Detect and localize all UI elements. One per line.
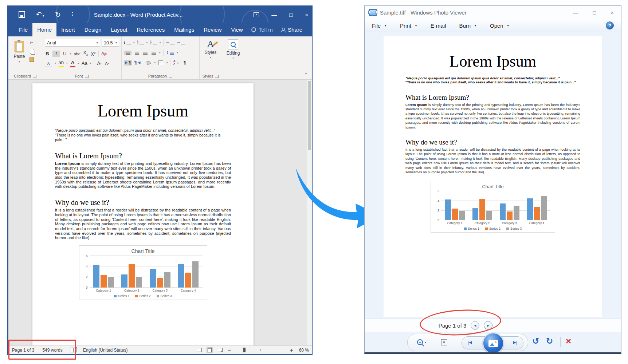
bar-series2-category1 (452, 209, 458, 220)
copy-icon[interactable] (30, 49, 34, 54)
bullet-list-icon[interactable] (124, 41, 131, 44)
font-name-select[interactable]: Arial▾ (45, 39, 100, 47)
bold-button[interactable]: B (45, 51, 50, 57)
fit-to-window-icon[interactable] (441, 339, 447, 345)
text-effects-icon[interactable]: A (45, 60, 52, 67)
tab-review[interactable]: Review (199, 23, 226, 36)
next-image-button[interactable]: ▶ (513, 340, 517, 345)
collapse-ribbon-icon[interactable]: ⌃ (304, 72, 308, 77)
word-document-page[interactable]: Lorem Ipsum "Neque porro quisquam est qu… (32, 83, 254, 345)
tab-home[interactable]: Home (32, 23, 56, 36)
decrease-indent-icon[interactable]: ⇐ (166, 40, 174, 45)
document-title: Lorem Ipsum (405, 52, 580, 71)
customize-qat-icon[interactable]: ▾ (72, 12, 73, 17)
subscript-button[interactable]: X2 (83, 50, 88, 58)
font-size-select[interactable]: 10.5▾ (102, 39, 119, 47)
underline-button[interactable]: U (62, 51, 67, 57)
show-paragraph-marks-icon[interactable]: ▶¶ (124, 60, 132, 66)
divider (163, 39, 164, 46)
language-status[interactable]: English (United States) (83, 348, 128, 353)
cut-icon[interactable]: ✂ (30, 40, 34, 46)
maximize-button[interactable]: □ (289, 12, 293, 18)
ribbon-display-options-icon[interactable]: ▲ (254, 12, 259, 17)
menu-open[interactable]: Open▼ (490, 23, 510, 29)
scrollbar-thumb[interactable] (308, 81, 311, 150)
highlight-color-icon[interactable]: ab (59, 59, 64, 67)
zoom-slider-thumb[interactable] (243, 348, 246, 352)
paste-button[interactable]: Paste ▾ (11, 39, 27, 69)
play-slideshow-button[interactable] (483, 333, 504, 352)
zoom-percentage[interactable]: 60 % (299, 348, 309, 353)
tab-file[interactable]: File (14, 23, 32, 36)
align-right-icon[interactable] (142, 51, 148, 55)
paragraph-direction-icon[interactable]: ¶◀ (134, 60, 141, 65)
zoom-out-button[interactable]: − (228, 347, 231, 353)
dialog-launcher-icon[interactable] (215, 75, 219, 78)
tab-design[interactable]: Design (80, 23, 106, 36)
clear-formatting-icon[interactable]: A (101, 51, 107, 57)
close-button[interactable]: × (305, 12, 308, 18)
strikethrough-button[interactable]: abe (74, 51, 81, 57)
previous-image-button[interactable]: ◀ (468, 340, 472, 345)
menu-file[interactable]: File▼ (372, 23, 387, 29)
italic-button[interactable]: I (52, 51, 60, 57)
share-button[interactable]: Share (281, 23, 312, 36)
numbered-list-icon[interactable]: 123 (137, 41, 144, 44)
zoom-slider[interactable] (235, 350, 286, 350)
undo-button[interactable]: ↶▾ (36, 11, 44, 18)
borders-icon[interactable] (158, 60, 164, 65)
redo-icon[interactable]: ↻ (55, 11, 61, 18)
menu-print[interactable]: Print▼ (400, 23, 417, 29)
increase-indent-icon[interactable]: ⇒ (177, 40, 185, 45)
section-paragraph: It is a long established fact that a rea… (55, 208, 231, 240)
change-case-icon[interactable]: Aa (82, 60, 87, 67)
zoom-button[interactable]: +▾ (417, 339, 426, 345)
bar-series2-category4 (185, 273, 191, 288)
editing-button[interactable]: Editing ▾ (222, 39, 244, 60)
justify-icon[interactable] (151, 51, 157, 55)
rotate-clockwise-button[interactable]: ↻ (546, 336, 553, 346)
save-icon[interactable] (19, 11, 25, 18)
dialog-launcher-icon[interactable] (169, 75, 172, 78)
dialog-launcher-icon[interactable] (33, 75, 36, 78)
sort-icon[interactable]: AZ↓ (173, 60, 179, 66)
multilevel-list-icon[interactable]: 1ai (150, 41, 157, 44)
pilcrow-icon[interactable]: ¶ (182, 60, 188, 65)
dialog-launcher-icon[interactable] (85, 75, 89, 78)
rotate-counterclockwise-button[interactable]: ↺ (532, 336, 539, 346)
bar-group (174, 256, 203, 288)
tab-view[interactable]: View (226, 23, 247, 36)
superscript-button[interactable]: X2 (91, 50, 96, 58)
close-button[interactable]: × (611, 9, 614, 16)
menu-burn[interactable]: Burn▼ (459, 23, 477, 29)
zoom-in-button[interactable]: + (290, 347, 293, 353)
tell-me-box[interactable]: Tell m (248, 23, 276, 36)
bar-group (146, 256, 174, 288)
align-center-icon[interactable] (134, 51, 140, 55)
tab-insert[interactable]: Insert (56, 23, 80, 36)
styles-button[interactable]: A Styles ▾ (199, 39, 222, 59)
shading-icon[interactable] (146, 61, 152, 64)
tab-mailings[interactable]: Mailings (169, 23, 199, 36)
tab-references[interactable]: References (132, 23, 169, 36)
read-mode-icon[interactable] (196, 347, 202, 353)
section-heading: Why do we use it? (55, 198, 231, 207)
print-layout-icon[interactable] (207, 347, 213, 353)
tab-layout[interactable]: Layout (106, 23, 132, 36)
delete-button[interactable]: × (566, 335, 571, 347)
chevron-down-icon[interactable]: ▾ (70, 52, 71, 55)
web-layout-icon[interactable] (217, 347, 223, 353)
align-left-icon[interactable] (124, 51, 132, 55)
grow-font-icon[interactable]: A▴ (97, 60, 102, 67)
minimize-button[interactable]: — (573, 9, 578, 16)
format-painter-icon[interactable] (30, 57, 34, 62)
clipboard-icon (15, 41, 24, 52)
maximize-button[interactable]: □ (593, 9, 596, 16)
line-spacing-icon[interactable]: ↕ (166, 50, 174, 55)
menu-email[interactable]: E-mail (431, 23, 446, 29)
font-color-icon[interactable]: A (70, 59, 75, 67)
minimize-button[interactable]: — (271, 12, 277, 18)
help-button[interactable]: ? (606, 21, 614, 29)
paragraph-group-label: Paragraph (121, 74, 199, 78)
shrink-font-icon[interactable]: A▾ (104, 60, 109, 67)
